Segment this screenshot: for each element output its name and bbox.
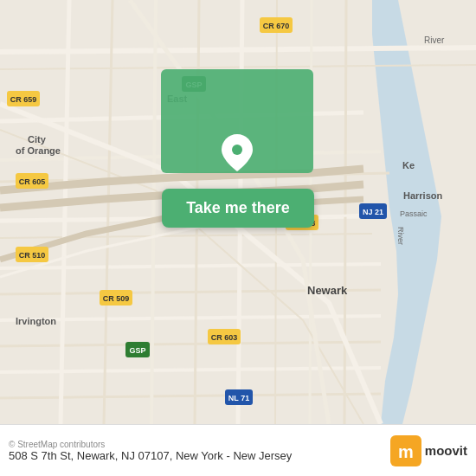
- svg-text:Harrison: Harrison: [403, 190, 443, 201]
- svg-text:Irvington: Irvington: [16, 316, 56, 326]
- map-view: CR 659 CR 670 GSP GSP CR 605 CR 510 CR 5…: [0, 0, 476, 424]
- svg-text:CR 603: CR 603: [211, 333, 238, 342]
- svg-text:Ke: Ke: [402, 160, 415, 170]
- svg-text:Newark: Newark: [307, 284, 348, 297]
- svg-text:NJ 21: NJ 21: [363, 208, 383, 216]
- svg-line-21: [344, 0, 346, 424]
- moovit-logo: m moovit: [390, 435, 467, 466]
- svg-text:CR 670: CR 670: [263, 22, 290, 30]
- svg-text:NL 71: NL 71: [228, 394, 249, 402]
- svg-text:m: m: [398, 442, 414, 461]
- moovit-label: moovit: [425, 443, 467, 458]
- map-credits: © StreetMap contributors: [9, 440, 292, 449]
- moovit-icon: m: [390, 435, 421, 466]
- svg-text:CR 659: CR 659: [10, 95, 37, 104]
- svg-text:CR 509: CR 509: [103, 294, 130, 303]
- take-me-there-button[interactable]: Take me there: [162, 189, 314, 228]
- footer-info: © StreetMap contributors 508 S 7th St, N…: [9, 440, 292, 462]
- svg-text:River: River: [424, 35, 445, 45]
- svg-text:Passaic: Passaic: [400, 209, 428, 218]
- svg-text:CR 605: CR 605: [19, 177, 46, 186]
- svg-point-56: [232, 145, 242, 155]
- address-text: 508 S 7th St, Newark, NJ 07107, New York…: [9, 449, 292, 462]
- svg-text:GSP: GSP: [129, 346, 145, 355]
- svg-text:of Orange: of Orange: [16, 145, 61, 156]
- footer: © StreetMap contributors 508 S 7th St, N…: [0, 424, 476, 476]
- svg-text:City: City: [28, 134, 47, 145]
- svg-text:River: River: [396, 227, 405, 245]
- svg-text:CR 510: CR 510: [19, 251, 46, 260]
